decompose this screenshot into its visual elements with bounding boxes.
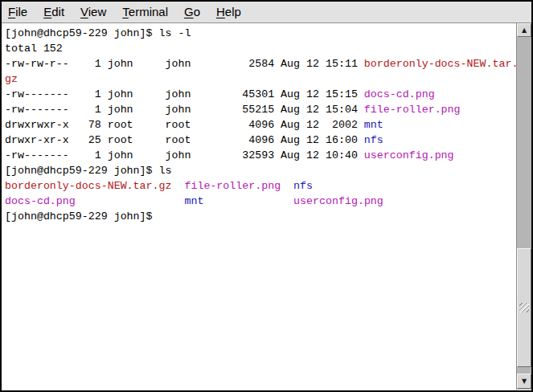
terminal-line: gz — [5, 71, 516, 87]
terminal-line: borderonly-docs-NEW.tar.gz file-roller.p… — [5, 178, 516, 194]
terminal-line: -rw------- 1 john john 55215 Aug 12 15:0… — [5, 102, 516, 117]
menu-terminal[interactable]: Terminal — [114, 3, 176, 21]
scrollbar-thumb[interactable] — [517, 248, 531, 367]
terminal-line: -rw------- 1 john john 32593 Aug 12 10:4… — [5, 148, 516, 163]
terminal-line: docs-cd.png mnt userconfig.png — [5, 194, 516, 209]
menu-file[interactable]: File — [0, 3, 35, 21]
scrollbar-up-button[interactable]: ▲ — [517, 23, 531, 37]
terminal-line: [john@dhcp59-229 john]$ ls — [5, 163, 516, 178]
terminal-area: [john@dhcp59-229 john]$ ls -ltotal 152-r… — [2, 23, 531, 390]
menu-terminal-label: T — [122, 5, 129, 18]
terminal-line: [john@dhcp59-229 john]$ ls -l — [5, 26, 516, 41]
menu-view-label: V — [80, 5, 88, 18]
scrollbar-grip-icon — [519, 303, 529, 312]
terminal-line: -rw------- 1 john john 45301 Aug 12 15:1… — [5, 87, 516, 102]
terminal-line: [john@dhcp59-229 john]$ — [5, 209, 516, 224]
scrollbar-down-button[interactable]: ▼ — [517, 374, 531, 389]
menu-file-label: F — [8, 5, 15, 18]
arrow-down-icon: ▼ — [522, 378, 527, 385]
terminal-output[interactable]: [john@dhcp59-229 john]$ ls -ltotal 152-r… — [2, 23, 516, 390]
menu-edit[interactable]: Edit — [35, 3, 72, 21]
terminal-line: drwxrwxr-x 78 root root 4096 Aug 12 2002… — [5, 117, 516, 133]
terminal-line: -rw-rw-r-- 1 john john 2584 Aug 12 15:11… — [5, 56, 516, 71]
menu-help-label: H — [216, 5, 225, 18]
menu-go-label: G — [184, 5, 194, 18]
terminal-line: drwxr-xr-x 25 root root 4096 Aug 12 16:0… — [5, 133, 516, 148]
menu-go[interactable]: Go — [176, 3, 208, 21]
arrow-up-icon: ▲ — [522, 27, 527, 34]
terminal-window: File Edit View Terminal Go Help [john@dh… — [0, 0, 533, 392]
menu-edit-label: E — [43, 5, 51, 18]
menu-help[interactable]: Help — [208, 3, 249, 21]
menu-view[interactable]: View — [72, 3, 114, 21]
terminal-line: total 152 — [5, 41, 516, 56]
scrollbar[interactable]: ▲ ▼ — [516, 23, 531, 390]
menu-bar: File Edit View Terminal Go Help — [2, 2, 531, 23]
